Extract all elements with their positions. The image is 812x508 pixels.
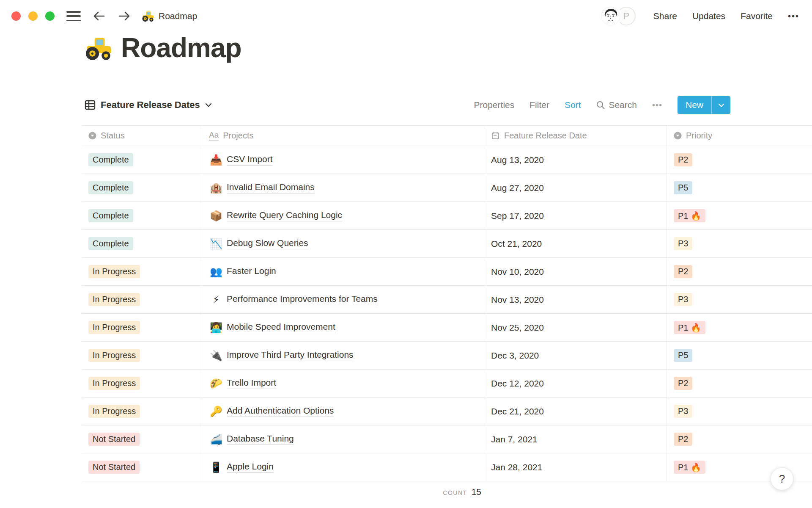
- status-cell[interactable]: Complete: [82, 202, 202, 229]
- priority-badge: P1 🔥: [674, 461, 705, 474]
- forward-arrow-icon[interactable]: [117, 10, 132, 22]
- priority-cell[interactable]: P5: [667, 342, 812, 369]
- project-emoji-icon: ⚡: [209, 294, 223, 306]
- status-badge: In Progress: [88, 293, 140, 306]
- column-header-status[interactable]: Status: [82, 126, 202, 146]
- project-link[interactable]: Rewrite Query Caching Logic: [227, 210, 342, 221]
- filter-button[interactable]: Filter: [529, 100, 549, 110]
- more-options-icon[interactable]: •••: [788, 11, 799, 21]
- breadcrumb[interactable]: Roadmap: [142, 10, 197, 22]
- priority-cell[interactable]: P2: [667, 258, 812, 285]
- project-emoji-icon: 🌮: [209, 378, 223, 389]
- project-link[interactable]: CSV Import: [227, 154, 273, 166]
- project-link[interactable]: Faster Login: [227, 266, 276, 277]
- project-cell[interactable]: 📦 Rewrite Query Caching Logic: [202, 202, 484, 229]
- column-header-projects[interactable]: Aa Projects: [202, 126, 484, 146]
- avatar-face[interactable]: [601, 6, 620, 26]
- minimize-window-button[interactable]: [28, 11, 38, 21]
- new-button[interactable]: New: [678, 96, 730, 114]
- project-cell[interactable]: 🔑 Add Authentication Options: [202, 398, 484, 425]
- project-cell[interactable]: 👥 Faster Login: [202, 258, 484, 285]
- project-link[interactable]: Add Authentication Options: [227, 406, 334, 417]
- status-cell[interactable]: In Progress: [82, 398, 202, 425]
- priority-cell[interactable]: P2: [667, 370, 812, 397]
- collaborator-avatars[interactable]: P: [601, 6, 636, 26]
- date-cell[interactable]: Nov 13, 2020: [484, 286, 667, 313]
- zoom-window-button[interactable]: [45, 11, 55, 21]
- project-link[interactable]: Invalid Email Domains: [227, 182, 315, 193]
- project-cell[interactable]: 🔌 Improve Third Party Integrations: [202, 342, 484, 369]
- status-cell[interactable]: In Progress: [82, 370, 202, 397]
- status-cell[interactable]: Not Started: [82, 425, 202, 453]
- status-badge: Complete: [88, 209, 133, 222]
- column-header-date[interactable]: Feature Release Date: [484, 126, 667, 146]
- table-row: Complete 🏨 Invalid Email Domains Aug 27,…: [82, 174, 812, 202]
- date-cell[interactable]: Dec 21, 2020: [484, 398, 667, 425]
- view-selector[interactable]: Feature Release Dates: [82, 99, 212, 110]
- updates-button[interactable]: Updates: [692, 11, 725, 21]
- close-window-button[interactable]: [11, 11, 21, 21]
- project-cell[interactable]: 🚄 Database Tuning: [202, 425, 484, 453]
- status-badge: In Progress: [88, 377, 140, 390]
- priority-cell[interactable]: P1 🔥: [667, 202, 812, 229]
- project-cell[interactable]: 🏨 Invalid Email Domains: [202, 174, 484, 202]
- sidebar-menu-icon[interactable]: [66, 11, 81, 21]
- status-cell[interactable]: Complete: [82, 230, 202, 257]
- date-cell[interactable]: Dec 12, 2020: [484, 370, 667, 397]
- project-link[interactable]: Trello Import: [227, 378, 276, 389]
- properties-button[interactable]: Properties: [474, 100, 515, 110]
- priority-cell[interactable]: P3: [667, 398, 812, 425]
- share-button[interactable]: Share: [653, 11, 677, 21]
- new-dropdown-button[interactable]: [712, 96, 730, 114]
- status-cell[interactable]: In Progress: [82, 286, 202, 313]
- project-link[interactable]: Debug Slow Queries: [227, 238, 308, 249]
- status-cell[interactable]: Complete: [82, 146, 202, 174]
- project-cell[interactable]: ⚡ Performance Improvements for Teams: [202, 286, 484, 313]
- priority-badge: P3: [674, 237, 692, 250]
- status-cell[interactable]: Not Started: [82, 453, 202, 481]
- search-button[interactable]: Search: [596, 100, 637, 110]
- project-cell[interactable]: 📉 Debug Slow Queries: [202, 230, 484, 257]
- priority-cell[interactable]: P5: [667, 174, 812, 202]
- view-more-icon[interactable]: •••: [652, 100, 662, 110]
- date-cell[interactable]: Nov 10, 2020: [484, 258, 667, 285]
- date-cell[interactable]: Jan 7, 2021: [484, 425, 667, 453]
- priority-cell[interactable]: P3: [667, 230, 812, 257]
- date-cell[interactable]: Aug 13, 2020: [484, 146, 667, 174]
- date-cell[interactable]: Jan 28, 2021: [484, 453, 667, 481]
- date-cell[interactable]: Aug 27, 2020: [484, 174, 667, 202]
- priority-cell[interactable]: P2: [667, 146, 812, 174]
- page-title[interactable]: Roadmap: [121, 34, 241, 61]
- favorite-button[interactable]: Favorite: [741, 11, 773, 21]
- project-emoji-icon: 👩‍💻: [209, 322, 223, 334]
- project-link[interactable]: Mobile Speed Improvement: [227, 322, 335, 333]
- status-cell[interactable]: Complete: [82, 174, 202, 202]
- date-cell[interactable]: Oct 21, 2020: [484, 230, 667, 257]
- new-button-label[interactable]: New: [678, 96, 711, 114]
- priority-badge: P2: [674, 153, 692, 166]
- column-header-priority[interactable]: Priority: [667, 126, 812, 146]
- table-row: In Progress 🔌 Improve Third Party Integr…: [82, 342, 812, 370]
- help-button[interactable]: ?: [771, 467, 793, 490]
- project-link[interactable]: Apple Login: [227, 461, 274, 473]
- date-cell[interactable]: Sep 17, 2020: [484, 202, 667, 229]
- project-cell[interactable]: 📥 CSV Import: [202, 146, 484, 174]
- tractor-icon[interactable]: [85, 34, 112, 62]
- priority-cell[interactable]: P1 🔥: [667, 314, 812, 341]
- priority-cell[interactable]: P2: [667, 425, 812, 453]
- project-link[interactable]: Performance Improvements for Teams: [227, 294, 378, 305]
- status-cell[interactable]: In Progress: [82, 314, 202, 341]
- back-arrow-icon[interactable]: [92, 10, 106, 22]
- date-cell[interactable]: Dec 3, 2020: [484, 342, 667, 369]
- date-cell[interactable]: Nov 25, 2020: [484, 314, 667, 341]
- project-cell[interactable]: 👩‍💻 Mobile Speed Improvement: [202, 314, 484, 341]
- project-link[interactable]: Database Tuning: [227, 433, 294, 445]
- project-link[interactable]: Improve Third Party Integrations: [227, 350, 354, 361]
- status-cell[interactable]: In Progress: [82, 342, 202, 369]
- column-calculation-count[interactable]: COUNT 15: [82, 487, 486, 497]
- sort-button[interactable]: Sort: [565, 100, 581, 110]
- project-cell[interactable]: 📱 Apple Login: [202, 453, 484, 481]
- status-cell[interactable]: In Progress: [82, 258, 202, 285]
- project-cell[interactable]: 🌮 Trello Import: [202, 370, 484, 397]
- priority-cell[interactable]: P3: [667, 286, 812, 313]
